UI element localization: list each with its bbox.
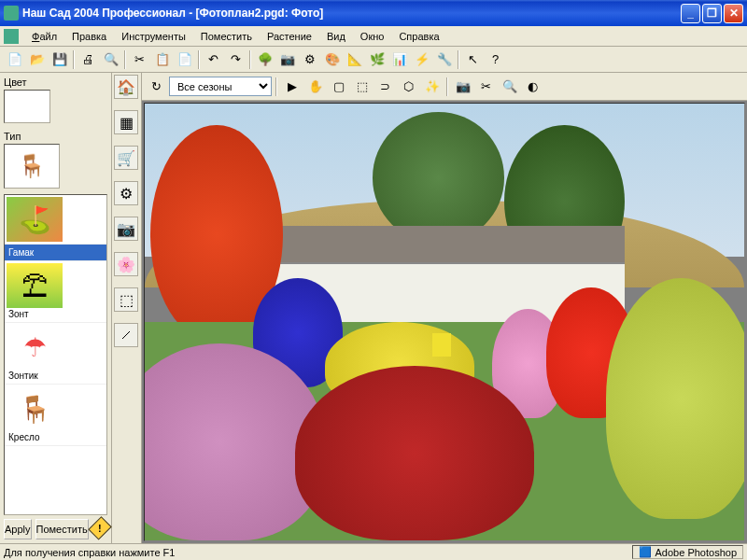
open-button[interactable]: 📂: [26, 49, 48, 70]
list-item-chair[interactable]: 🪑 Кресло: [5, 385, 106, 446]
color-label: Цвет: [4, 77, 107, 88]
separator: [275, 77, 277, 96]
type-preview[interactable]: 🪑: [4, 144, 60, 189]
tool-f-button[interactable]: 🌿: [366, 49, 388, 70]
separator: [249, 50, 251, 69]
work-toolbar: ↻ Все сезоны ▶ ✋ ▢ ⬚ ⊃ ⬡ ✨ 📷 ✂ 🔍 ◐: [142, 73, 747, 101]
statusbar: Для получения справки нажмите F1 🟦 Adobe…: [0, 543, 747, 560]
list-item-umbrella2[interactable]: ☂ Зонтик: [5, 323, 106, 385]
wand-tool[interactable]: ✨: [421, 77, 443, 97]
save-button[interactable]: 💾: [49, 49, 70, 70]
fence-tool[interactable]: ▦: [114, 110, 138, 134]
close-button[interactable]: ✕: [724, 4, 743, 23]
yellow-chair: [432, 333, 451, 357]
app-icon-small[interactable]: [4, 29, 19, 44]
list-item-umbrella[interactable]: ⛱ Зонт: [5, 261, 106, 323]
separator: [198, 50, 200, 69]
item-label: Зонтик: [7, 370, 105, 382]
window-title: Наш Сад 2004 Профессионал - [Фотоплан2.p…: [22, 7, 681, 20]
preview-button[interactable]: 🔍: [100, 49, 121, 70]
canvas-viewport[interactable]: [144, 103, 745, 541]
frame-tool[interactable]: ⬚: [114, 287, 138, 312]
print-button[interactable]: 🖨: [78, 49, 99, 70]
camera-tool[interactable]: 📷: [114, 217, 138, 241]
ps-icon: 🟦: [639, 546, 652, 558]
app-icon: [4, 6, 19, 21]
list-item-terrain[interactable]: ⛳: [5, 195, 106, 245]
umbrella-icon: ⛱: [7, 263, 63, 308]
undo-button[interactable]: ↶: [203, 49, 224, 70]
work-area: ↻ Все сезоны ▶ ✋ ▢ ⬚ ⊃ ⬡ ✨ 📷 ✂ 🔍 ◐: [142, 73, 747, 543]
panel-buttons: Apply Поместить !: [4, 515, 107, 539]
new-button[interactable]: 📄: [4, 49, 25, 70]
umbrella2-icon: ☂: [7, 325, 63, 370]
maximize-button[interactable]: ❐: [702, 4, 722, 23]
crop-tool[interactable]: ✂: [475, 77, 497, 97]
menu-edit[interactable]: Правка: [64, 29, 114, 44]
tool-c-button[interactable]: ⚙: [299, 49, 320, 70]
copy-button[interactable]: 📋: [151, 49, 173, 70]
menu-plant[interactable]: Растение: [260, 29, 319, 44]
menu-tools[interactable]: Инструменты: [114, 29, 193, 44]
hand-tool[interactable]: ✋: [304, 77, 326, 97]
contrast-tool[interactable]: ◐: [522, 77, 543, 97]
rect-select-tool[interactable]: ▢: [328, 77, 349, 97]
terrain-icon: ⛳: [7, 197, 63, 242]
menu-window[interactable]: Окно: [353, 29, 392, 44]
item-label: Зонт: [7, 308, 105, 320]
item-label: Гамак: [7, 246, 105, 259]
redo-button[interactable]: ↷: [225, 49, 247, 70]
item-label: Кресло: [7, 431, 105, 443]
tool-column: 🏠 ▦ 🛒 ⚙ 📷 🌸 ⬚ ⟋: [112, 73, 142, 543]
season-select[interactable]: Все сезоны: [169, 77, 272, 96]
poly-tool[interactable]: ⬡: [398, 77, 419, 97]
separator: [73, 50, 75, 69]
flower-tool[interactable]: 🌸: [114, 252, 138, 276]
window-controls: _ ❐ ✕: [681, 4, 743, 23]
apply-button[interactable]: Apply: [4, 519, 32, 539]
tool-b-button[interactable]: 📷: [276, 49, 298, 70]
pointer-tool[interactable]: ▶: [281, 77, 303, 97]
tool-d-button[interactable]: 🎨: [321, 49, 343, 70]
place-button[interactable]: Поместить: [35, 519, 89, 539]
menu-help[interactable]: Справка: [391, 29, 446, 44]
status-help-text: Для получения справки нажмите F1: [4, 547, 175, 558]
tool-h-button[interactable]: ⚡: [411, 49, 432, 70]
help-button[interactable]: ?: [485, 49, 506, 70]
refresh-button[interactable]: ↻: [146, 77, 167, 97]
tool-i-button[interactable]: 🔧: [433, 49, 455, 70]
pointer-button[interactable]: ↖: [462, 49, 484, 70]
tree-green2: [373, 112, 504, 243]
wheel-tool[interactable]: ⚙: [114, 181, 138, 205]
cut-button[interactable]: ✂: [129, 49, 150, 70]
camera-button[interactable]: 📷: [452, 77, 473, 97]
item-list: ⛳ Гамак ⛱ Зонт ☂ Зонтик 🪑 Кресло: [4, 194, 107, 515]
dash-rect-tool[interactable]: ⬚: [351, 77, 373, 97]
warning-icon[interactable]: !: [88, 516, 112, 540]
color-swatch[interactable]: [4, 90, 50, 123]
minimize-button[interactable]: _: [681, 4, 700, 23]
separator: [446, 77, 448, 96]
chair-icon: 🪑: [7, 386, 63, 431]
menu-place[interactable]: Поместить: [193, 29, 260, 44]
menu-view[interactable]: Вид: [319, 29, 353, 44]
paste-button[interactable]: 📄: [174, 49, 195, 70]
titlebar: Наш Сад 2004 Профессионал - [Фотоплан2.p…: [0, 0, 747, 26]
main-area: Цвет Тип 🪑 ⛳ Гамак ⛱ Зонт ☂ Зонтик 🪑 Кре…: [0, 73, 747, 543]
cart-tool[interactable]: 🛒: [114, 146, 138, 170]
house-tool[interactable]: 🏠: [114, 75, 138, 99]
type-label: Тип: [4, 131, 107, 142]
tool-e-button[interactable]: 📐: [344, 49, 365, 70]
tool-a-button[interactable]: 🌳: [254, 49, 275, 70]
path-tool[interactable]: ⟋: [114, 323, 138, 347]
left-panel: Цвет Тип 🪑 ⛳ Гамак ⛱ Зонт ☂ Зонтик 🪑 Кре…: [0, 73, 112, 543]
menu-file[interactable]: Файл: [24, 29, 64, 44]
flowers-lime: [606, 278, 745, 518]
zoom-tool[interactable]: 🔍: [499, 77, 520, 97]
main-toolbar: 📄 📂 💾 🖨 🔍 ✂ 📋 📄 ↶ ↷ 🌳 📷 ⚙ 🎨 📐 🌿 📊 ⚡ 🔧 ↖ …: [0, 47, 747, 73]
status-app-indicator: 🟦 Adobe Photoshop: [632, 545, 743, 559]
lasso-tool[interactable]: ⊃: [374, 77, 396, 97]
separator: [458, 50, 459, 69]
list-item-hammock[interactable]: Гамак: [5, 245, 106, 261]
tool-g-button[interactable]: 📊: [388, 49, 410, 70]
